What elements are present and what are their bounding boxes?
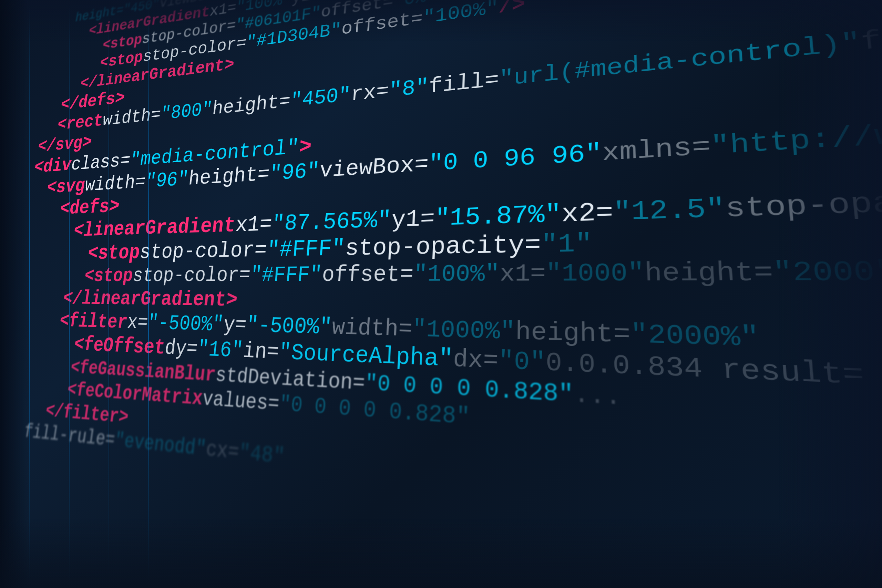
code-token: "2000%" xyxy=(630,322,761,353)
code-token: class= xyxy=(70,150,132,174)
code-container: height="450" viewBox="0 0 800 450" xmlns… xyxy=(0,0,882,588)
code-token: values= xyxy=(201,388,280,416)
code-token: "-500%" xyxy=(245,315,333,340)
code-token: "evenodd" xyxy=(113,430,207,460)
code-token: "16" xyxy=(196,339,244,363)
code-token: <div xyxy=(33,155,73,177)
code-token: <defs> xyxy=(58,196,121,219)
code-token: "1000%" xyxy=(412,318,515,345)
code-token: dx= xyxy=(453,347,498,374)
code-token: <svg xyxy=(45,176,87,197)
code-token: <stop xyxy=(83,266,134,286)
code-token: ... xyxy=(574,382,621,410)
code-token: x= xyxy=(126,312,149,333)
code-token: "100%" xyxy=(413,262,500,286)
code-token: "96" xyxy=(144,169,189,192)
code-token: <filter xyxy=(58,311,129,333)
depth-overlay-top xyxy=(0,0,882,41)
depth-overlay-bottom xyxy=(0,519,882,588)
code-token: "87.565%" xyxy=(271,208,392,235)
depth-overlay-right xyxy=(778,0,882,588)
code-token: x1= xyxy=(500,262,546,287)
code-token: "96" xyxy=(269,160,320,185)
code-token: viewBox= xyxy=(319,152,429,182)
code-token: "0" xyxy=(498,349,546,376)
code-token: "8" xyxy=(388,76,429,102)
code-token: > xyxy=(298,136,312,159)
code-token: stop-opacity= xyxy=(344,232,541,261)
code-token: <rect xyxy=(56,112,104,134)
code-token: width= xyxy=(83,171,147,195)
code-token: <feOffset xyxy=(73,334,166,359)
code-token: stop-color= xyxy=(132,265,252,286)
code-token: in= xyxy=(242,340,280,364)
code-token: stop-color= xyxy=(138,239,268,263)
code-token: height= xyxy=(188,163,271,189)
code-token: </linearGradient> xyxy=(62,289,238,311)
code-token: x2= xyxy=(561,199,614,227)
code-token: "1" xyxy=(541,231,592,258)
code-token: height= xyxy=(515,320,631,349)
code-token: "-500%" xyxy=(146,313,225,336)
code-token: dy= xyxy=(164,338,199,361)
code-token: width= xyxy=(331,316,413,342)
code-token: y= xyxy=(222,314,248,336)
code-token: <stop xyxy=(87,242,141,264)
code-token: fill= xyxy=(428,69,499,98)
code-token: "#FFF" xyxy=(266,237,346,261)
code-token: "#FFF" xyxy=(249,264,323,286)
code-token: offset= xyxy=(321,263,414,286)
code-token: <linearGradient xyxy=(72,214,237,241)
code-token: "800" xyxy=(159,99,214,124)
code-token: x1= xyxy=(234,213,273,236)
code-token: height= xyxy=(644,260,774,287)
code-token: "1000" xyxy=(546,261,645,287)
code-token: "450" xyxy=(290,85,351,111)
code-token: y1= xyxy=(391,206,435,232)
code-token: "48" xyxy=(238,442,286,468)
code-screen: height="450" viewBox="0 0 800 450" xmlns… xyxy=(0,0,882,588)
code-token: xmlns= xyxy=(602,133,711,166)
code-token: cx= xyxy=(205,438,240,464)
code-token: </svg> xyxy=(36,133,93,156)
code-token: "12.5" xyxy=(613,195,726,226)
code-token: "15.87%" xyxy=(435,201,562,231)
code-token: rx= xyxy=(350,81,390,105)
depth-overlay-left xyxy=(0,0,28,588)
